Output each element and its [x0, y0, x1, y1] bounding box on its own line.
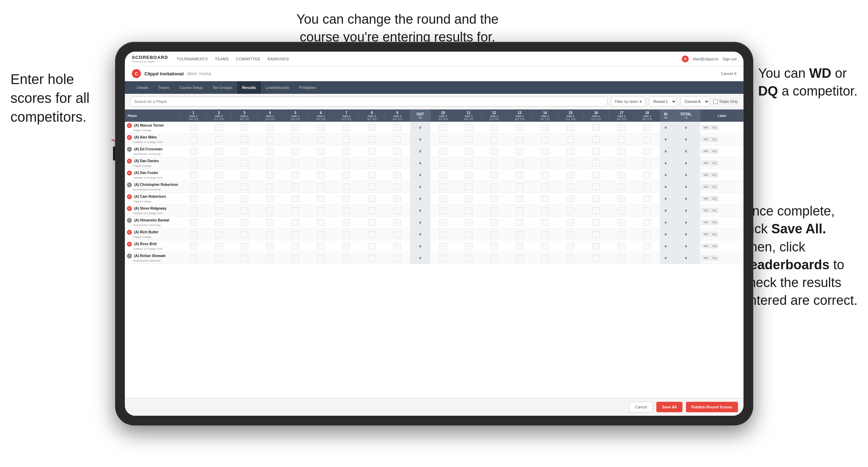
score-input-hole-12[interactable]	[490, 195, 498, 202]
score-input-hole-3[interactable]	[241, 183, 248, 190]
score-input-hole-2[interactable]	[215, 136, 223, 143]
score-input-hole-11[interactable]	[465, 219, 473, 226]
score-input-hole-5[interactable]	[292, 160, 299, 167]
score-input-hole-7[interactable]	[342, 207, 350, 214]
score-input-hole-16[interactable]	[592, 207, 600, 214]
round-select[interactable]: Round 1	[649, 97, 677, 106]
wd-button[interactable]: WD	[702, 173, 710, 177]
tab-details[interactable]: Details	[132, 81, 153, 94]
score-input-hole-7[interactable]	[342, 243, 350, 250]
score-input-hole-7[interactable]	[342, 219, 350, 226]
score-input-hole-17[interactable]	[618, 136, 625, 143]
score-input-hole-11[interactable]	[465, 255, 473, 262]
score-input-hole-8[interactable]	[368, 231, 376, 238]
score-input-hole-18[interactable]	[643, 148, 651, 155]
score-input-hole-5[interactable]	[292, 255, 299, 262]
score-input-hole-10[interactable]	[439, 243, 447, 250]
score-input-hole-12[interactable]	[490, 172, 498, 179]
score-input-hole-10[interactable]	[439, 219, 447, 226]
score-input-hole-10[interactable]	[439, 124, 447, 131]
score-input-hole-16[interactable]	[592, 136, 600, 143]
score-input-hole-5[interactable]	[292, 124, 299, 131]
score-input-hole-5[interactable]	[292, 136, 299, 143]
score-input-hole-18[interactable]	[643, 243, 651, 250]
score-input-hole-18[interactable]	[643, 231, 651, 238]
score-input-hole-2[interactable]	[215, 172, 223, 179]
score-input-hole-3[interactable]	[241, 172, 248, 179]
score-input-hole-7[interactable]	[342, 148, 350, 155]
score-input-hole-4[interactable]	[266, 231, 274, 238]
tab-tee-groups[interactable]: Tee Groups	[207, 81, 237, 94]
score-input-hole-10[interactable]	[439, 148, 447, 155]
score-input-hole-1[interactable]	[190, 183, 197, 190]
score-input-hole-16[interactable]	[592, 195, 600, 202]
score-input-hole-12[interactable]	[490, 255, 498, 262]
score-input-hole-10[interactable]	[439, 160, 447, 167]
score-input-hole-18[interactable]	[643, 172, 651, 179]
score-input-hole-7[interactable]	[342, 231, 350, 238]
score-input-hole-15[interactable]	[567, 243, 574, 250]
nav-teams[interactable]: TEAMS	[215, 57, 229, 61]
score-input-hole-11[interactable]	[465, 243, 473, 250]
score-input-hole-9[interactable]	[393, 172, 401, 179]
score-input-hole-6[interactable]	[317, 207, 325, 214]
dq-button[interactable]: DQ	[711, 232, 718, 236]
score-input-hole-2[interactable]	[215, 124, 223, 131]
dq-button[interactable]: DQ	[711, 125, 718, 130]
score-input-hole-11[interactable]	[465, 207, 473, 214]
score-input-hole-2[interactable]	[215, 195, 223, 202]
score-input-hole-8[interactable]	[368, 207, 376, 214]
score-input-hole-12[interactable]	[490, 124, 498, 131]
score-input-hole-6[interactable]	[317, 136, 325, 143]
score-input-hole-5[interactable]	[292, 183, 299, 190]
score-input-hole-3[interactable]	[241, 231, 248, 238]
score-input-hole-13[interactable]	[516, 255, 523, 262]
score-input-hole-6[interactable]	[317, 243, 325, 250]
score-input-hole-2[interactable]	[215, 219, 223, 226]
score-input-hole-15[interactable]	[567, 148, 574, 155]
score-input-hole-7[interactable]	[342, 195, 350, 202]
score-input-hole-5[interactable]	[292, 219, 299, 226]
score-input-hole-9[interactable]	[393, 243, 401, 250]
wd-button[interactable]: WD	[702, 149, 710, 153]
course-select[interactable]: Course A	[680, 97, 710, 106]
score-input-hole-12[interactable]	[490, 183, 498, 190]
score-input-hole-15[interactable]	[567, 255, 574, 262]
score-input-hole-2[interactable]	[215, 255, 223, 262]
score-input-hole-1[interactable]	[190, 195, 197, 202]
score-input-hole-15[interactable]	[567, 124, 574, 131]
score-input-hole-6[interactable]	[317, 148, 325, 155]
score-input-hole-4[interactable]	[266, 219, 274, 226]
wd-button[interactable]: WD	[702, 244, 710, 248]
score-input-hole-7[interactable]	[342, 124, 350, 131]
score-input-hole-11[interactable]	[465, 195, 473, 202]
score-input-hole-7[interactable]	[342, 136, 350, 143]
score-input-hole-4[interactable]	[266, 183, 274, 190]
dq-button[interactable]: DQ	[711, 161, 718, 165]
score-input-hole-4[interactable]	[266, 136, 274, 143]
publish-button[interactable]: Publish Round Scores	[686, 402, 738, 412]
score-input-hole-3[interactable]	[241, 124, 248, 131]
score-input-hole-15[interactable]	[567, 183, 574, 190]
score-input-hole-15[interactable]	[567, 160, 574, 167]
score-input-hole-14[interactable]	[541, 219, 549, 226]
dq-button[interactable]: DQ	[711, 137, 718, 142]
score-input-hole-17[interactable]	[618, 160, 625, 167]
totals-only-checkbox[interactable]	[713, 99, 718, 104]
score-input-hole-14[interactable]	[541, 183, 549, 190]
cancel-tournament[interactable]: Cancel X	[721, 71, 737, 76]
score-input-hole-13[interactable]	[516, 183, 523, 190]
score-input-hole-8[interactable]	[368, 148, 376, 155]
score-input-hole-4[interactable]	[266, 207, 274, 214]
score-input-hole-9[interactable]	[393, 219, 401, 226]
score-input-hole-3[interactable]	[241, 255, 248, 262]
score-input-hole-12[interactable]	[490, 207, 498, 214]
nav-committee[interactable]: COMMITTEE	[236, 57, 261, 61]
score-input-hole-11[interactable]	[465, 172, 473, 179]
score-input-hole-3[interactable]	[241, 136, 248, 143]
score-input-hole-18[interactable]	[643, 219, 651, 226]
dq-button[interactable]: DQ	[711, 208, 718, 213]
score-input-hole-10[interactable]	[439, 172, 447, 179]
score-input-hole-10[interactable]	[439, 207, 447, 214]
wd-button[interactable]: WD	[702, 256, 710, 260]
